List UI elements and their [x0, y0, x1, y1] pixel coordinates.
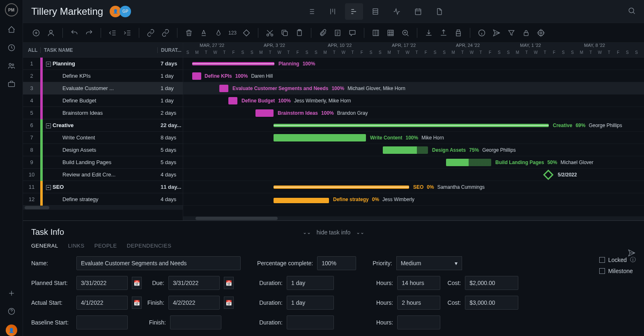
task-row[interactable]: 11 −SEO 11 day...: [23, 181, 183, 193]
collapse-icon[interactable]: −: [46, 185, 51, 190]
task-row[interactable]: 7 Write Content 8 days: [23, 132, 183, 144]
cost2-input[interactable]: [465, 296, 518, 310]
diamond-icon[interactable]: [242, 28, 251, 38]
member-avatars[interactable]: 👤 GP: [111, 6, 131, 17]
undo-icon[interactable]: [69, 28, 79, 38]
gantt-row[interactable]: 5/2/2022: [183, 169, 644, 181]
board-view-icon[interactable]: [324, 3, 342, 20]
gantt-row[interactable]: Design Assets 75%George Phillips: [183, 144, 644, 156]
tab-people[interactable]: PEOPLE: [94, 243, 117, 249]
settings-icon[interactable]: [536, 28, 546, 38]
calendar-icon[interactable]: 📅: [132, 297, 142, 309]
task-row[interactable]: 2 Define KPIs 1 day: [23, 70, 183, 82]
plus-icon[interactable]: [7, 288, 16, 298]
col-name[interactable]: TASK NAME: [40, 47, 157, 53]
milestone-checkbox[interactable]: Milestone: [599, 268, 636, 274]
zoom-icon[interactable]: [400, 28, 410, 38]
due-input[interactable]: [168, 276, 220, 290]
bstart-input[interactable]: [76, 315, 128, 329]
outdent-icon[interactable]: [108, 28, 117, 38]
indent-icon[interactable]: [122, 28, 132, 38]
link-icon[interactable]: [146, 28, 156, 38]
tab-links[interactable]: LINKS: [68, 243, 85, 249]
col-all[interactable]: ALL: [23, 47, 40, 53]
hrs-input[interactable]: [397, 276, 440, 290]
task-row[interactable]: 10 Review and Edit Cre... 4 days: [23, 169, 183, 181]
add-icon[interactable]: [31, 28, 41, 38]
gantt-row[interactable]: Creative 69%George Phillips: [183, 119, 644, 132]
gantt-row[interactable]: Brainstorm Ideas 100%Brandon Gray: [183, 107, 644, 119]
pct-input[interactable]: [317, 256, 356, 270]
gantt-bar[interactable]: [383, 146, 428, 154]
delete-icon[interactable]: [184, 28, 194, 38]
sheet-view-icon[interactable]: [366, 3, 384, 20]
bfinish-input[interactable]: [170, 315, 221, 329]
collapse-icon[interactable]: −: [46, 62, 51, 67]
attach-icon[interactable]: [318, 28, 328, 38]
gantt-row[interactable]: Define KPIs 100%Daren Hill: [183, 70, 644, 82]
hrs2-input[interactable]: [397, 296, 440, 310]
comment-icon[interactable]: [347, 28, 357, 38]
dur-input[interactable]: [287, 276, 334, 290]
hide-task-info-button[interactable]: ⌄⌄ hide task info ⌄⌄: [303, 229, 365, 236]
columns-icon[interactable]: [371, 28, 381, 38]
gantt-row[interactable]: Evaluate Customer Segments and Needs 100…: [183, 82, 644, 95]
calendar-icon[interactable]: 📅: [224, 277, 234, 289]
task-row[interactable]: 9 Build Landing Pages 5 days: [23, 156, 183, 169]
send-icon[interactable]: [492, 28, 501, 38]
gantt-row[interactable]: Write Content 100%Mike Horn: [183, 132, 644, 144]
help-icon[interactable]: [7, 306, 16, 316]
gantt-bar[interactable]: [274, 124, 549, 127]
task-row[interactable]: 8 Design Assets 5 days: [23, 144, 183, 156]
people-icon[interactable]: [7, 61, 16, 71]
unlink-icon[interactable]: [161, 28, 170, 38]
calendar-icon[interactable]: 📅: [132, 277, 142, 289]
gantt-bar[interactable]: [219, 85, 228, 92]
tab-dependencies[interactable]: DEPENDENCIES: [127, 243, 172, 249]
gantt-bar[interactable]: [274, 134, 366, 141]
print-icon[interactable]: [453, 28, 463, 38]
task-row[interactable]: 6 −Creative 22 day...: [23, 119, 183, 132]
gantt-view-icon[interactable]: [345, 3, 363, 20]
assign-icon[interactable]: [46, 28, 56, 38]
send-icon[interactable]: [628, 249, 636, 258]
cut-icon[interactable]: [265, 28, 275, 38]
filter-icon[interactable]: [506, 28, 516, 38]
pstart-input[interactable]: [76, 276, 128, 290]
gantt-row[interactable]: Define strategy 0%Jess Wimberly: [183, 193, 644, 206]
scrollbar[interactable]: [23, 206, 183, 210]
text-color-icon[interactable]: [199, 28, 209, 38]
redo-icon[interactable]: [84, 28, 94, 38]
collapse-icon[interactable]: −: [46, 123, 51, 128]
task-row[interactable]: 12 Define strategy 4 days: [23, 193, 183, 206]
dur3-input[interactable]: [287, 315, 334, 329]
search-icon[interactable]: [628, 7, 636, 16]
gantt-bar[interactable]: [274, 185, 409, 189]
gantt-row[interactable]: Define Budget 100%Jess Wimberly, Mike Ho…: [183, 95, 644, 107]
file-view-icon[interactable]: [430, 3, 448, 20]
task-row[interactable]: 4 Define Budget 1 day: [23, 95, 183, 107]
cost-input[interactable]: [465, 276, 518, 290]
finish-input[interactable]: [168, 296, 220, 310]
calendar-icon[interactable]: 📅: [224, 297, 234, 309]
priority-select[interactable]: Medium▾: [396, 256, 462, 270]
gantt-bar[interactable]: [446, 159, 491, 166]
hrs3-input[interactable]: [397, 315, 440, 329]
avatar[interactable]: GP: [120, 6, 131, 17]
lock-icon[interactable]: [521, 28, 531, 38]
note-icon[interactable]: [333, 28, 343, 38]
task-row[interactable]: 5 Brainstorm Ideas 2 days: [23, 107, 183, 119]
dur2-input[interactable]: [287, 296, 334, 310]
col-duration[interactable]: DURAT...: [157, 47, 183, 53]
gantt-bar[interactable]: [228, 97, 237, 104]
grid-icon[interactable]: [386, 28, 396, 38]
scrollbar[interactable]: [183, 216, 644, 220]
user-avatar[interactable]: 👤: [6, 324, 17, 336]
gantt-bar[interactable]: [255, 109, 274, 117]
clock-icon[interactable]: [7, 43, 16, 53]
astart-input[interactable]: [76, 296, 128, 310]
home-icon[interactable]: [7, 25, 16, 35]
gantt-row[interactable]: Build Landing Pages 50%Michael Glover: [183, 156, 644, 169]
activity-view-icon[interactable]: [388, 3, 406, 20]
paste-icon[interactable]: [294, 28, 304, 38]
